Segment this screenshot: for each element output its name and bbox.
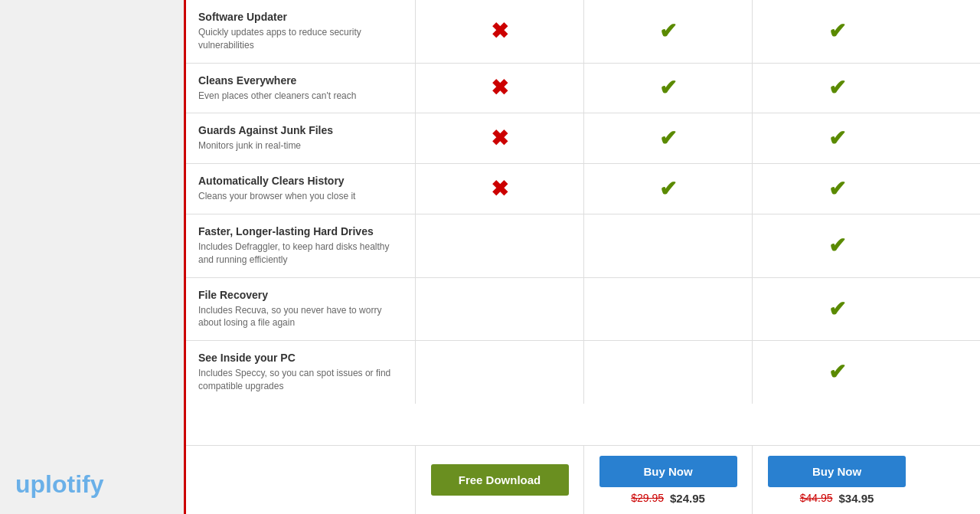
feature-name: See Inside your PC — [198, 352, 403, 364]
check-cell-premium: ✔ — [753, 0, 921, 63]
pro-price-old: $29.95 — [631, 492, 664, 504]
checkmark-icon: ✔ — [828, 18, 846, 44]
check-cell-premium: ✔ — [753, 113, 921, 163]
check-cell-pro: ✔ — [584, 164, 753, 214]
check-cell-premium: ✔ — [753, 64, 921, 113]
pro-price-row: $29.95 $24.95 — [631, 492, 705, 505]
feature-cell: Cleans EverywhereEven places other clean… — [186, 64, 416, 113]
table-row: Automatically Clears HistoryCleans your … — [186, 164, 980, 214]
feature-name: Faster, Longer-lasting Hard Drives — [198, 225, 403, 237]
logo-text-end: fy — [82, 470, 103, 498]
checkmark-icon: ✔ — [828, 176, 846, 201]
checkmark-icon: ✔ — [828, 126, 846, 151]
checkmark-icon: ✔ — [828, 359, 846, 385]
table-row: See Inside your PCIncludes Speccy, so yo… — [186, 341, 980, 404]
feature-cell: Faster, Longer-lasting Hard DrivesInclud… — [186, 214, 416, 277]
checkmark-icon: ✔ — [828, 296, 846, 322]
feature-name: Cleans Everywhere — [198, 74, 403, 87]
left-sidebar: uplotify — [0, 0, 184, 514]
feature-cell: Automatically Clears HistoryCleans your … — [186, 164, 416, 214]
feature-cell: File RecoveryIncludes Recuva, so you nev… — [186, 278, 416, 341]
buy-now-button-pro[interactable]: Buy Now — [599, 456, 737, 487]
buy-now-button-premium[interactable]: Buy Now — [768, 456, 906, 487]
comparison-table: Software UpdaterQuickly updates apps to … — [186, 0, 980, 514]
check-cell-free: ✖ — [416, 64, 584, 113]
check-cell-pro: ✔ — [584, 0, 753, 63]
check-cell-pro — [584, 341, 753, 404]
feature-cell: See Inside your PCIncludes Speccy, so yo… — [186, 341, 416, 404]
checkmark-icon: ✔ — [659, 126, 677, 151]
feature-desc: Even places other cleaners can't reach — [198, 90, 403, 103]
check-cell-pro: ✔ — [584, 113, 753, 163]
check-cell-free: ✖ — [416, 0, 584, 63]
checkmark-icon: ✔ — [659, 75, 677, 100]
checkmark-icon: ✔ — [659, 176, 677, 201]
checkmark-icon: ✔ — [828, 233, 846, 258]
check-cell-pro — [584, 278, 753, 341]
premium-price-row: $44.95 $34.95 — [800, 492, 874, 505]
table-body: Software UpdaterQuickly updates apps to … — [186, 0, 980, 445]
check-cell-free — [416, 214, 584, 277]
footer-premium-cell: Buy Now $44.95 $34.95 — [753, 446, 921, 514]
feature-desc: Includes Recuva, so you never have to wo… — [198, 304, 403, 330]
premium-price-old: $44.95 — [800, 492, 833, 504]
feature-desc: Cleans your browser when you close it — [198, 190, 403, 203]
feature-name: Guards Against Junk Files — [198, 124, 403, 136]
logo-text-accent: oti — [52, 470, 82, 498]
feature-name: File Recovery — [198, 289, 403, 301]
premium-price-new: $34.95 — [838, 492, 874, 505]
checkmark-icon: ✔ — [828, 75, 846, 100]
feature-name: Automatically Clears History — [198, 175, 403, 187]
footer-empty-cell — [186, 446, 416, 514]
logo: uplotify — [15, 470, 104, 499]
logo-text-main: upl — [15, 470, 52, 498]
check-cell-free — [416, 341, 584, 404]
check-cell-premium: ✔ — [753, 278, 921, 341]
main-content: Software UpdaterQuickly updates apps to … — [184, 0, 980, 514]
table-row: Guards Against Junk FilesMonitors junk i… — [186, 113, 980, 164]
table-row: Cleans EverywhereEven places other clean… — [186, 64, 980, 114]
footer-pro-cell: Buy Now $29.95 $24.95 — [584, 446, 753, 514]
cross-icon: ✖ — [491, 18, 508, 44]
cross-icon: ✖ — [491, 176, 508, 201]
cross-icon: ✖ — [491, 75, 508, 100]
check-cell-pro — [584, 214, 753, 277]
check-cell-free — [416, 278, 584, 341]
footer-free-cell: Free Download — [416, 446, 584, 514]
check-cell-premium: ✔ — [753, 214, 921, 277]
footer-row: Free Download Buy Now $29.95 $24.95 Buy … — [186, 445, 980, 514]
check-cell-premium: ✔ — [753, 341, 921, 404]
free-download-button[interactable]: Free Download — [431, 464, 569, 496]
checkmark-icon: ✔ — [659, 18, 677, 44]
check-cell-pro: ✔ — [584, 64, 753, 113]
table-row: Faster, Longer-lasting Hard DrivesInclud… — [186, 214, 980, 278]
check-cell-premium: ✔ — [753, 164, 921, 214]
check-cell-free: ✖ — [416, 164, 584, 214]
feature-desc: Quickly updates apps to reduce security … — [198, 26, 403, 52]
table-row: Software UpdaterQuickly updates apps to … — [186, 0, 980, 64]
feature-cell: Guards Against Junk FilesMonitors junk i… — [186, 113, 416, 163]
table-row: File RecoveryIncludes Recuva, so you nev… — [186, 278, 980, 342]
feature-desc: Includes Speccy, so you can spot issues … — [198, 367, 403, 393]
cross-icon: ✖ — [491, 126, 508, 151]
feature-desc: Includes Defraggler, to keep hard disks … — [198, 241, 403, 267]
feature-name: Software Updater — [198, 11, 403, 23]
check-cell-free: ✖ — [416, 113, 584, 163]
pro-price-new: $24.95 — [670, 492, 705, 505]
feature-desc: Monitors junk in real-time — [198, 139, 403, 152]
feature-cell: Software UpdaterQuickly updates apps to … — [186, 0, 416, 63]
